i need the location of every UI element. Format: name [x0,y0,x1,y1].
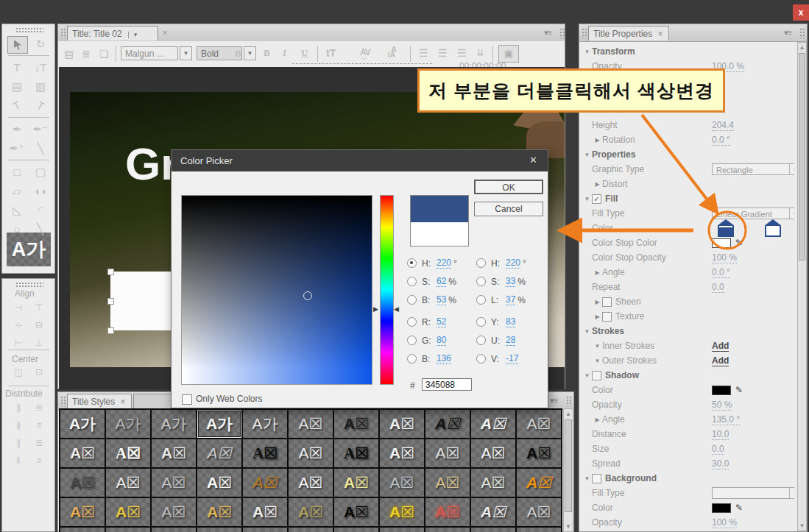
repeat-value[interactable]: 0.0 [712,282,724,293]
hue-slider[interactable] [380,195,394,385]
field-value[interactable]: 33 [506,276,515,287]
style-swatch-18[interactable]: A☒ [334,439,378,467]
align-horizontal-right-icon[interactable]: ⊢ [10,336,27,350]
style-swatch-42[interactable]: A☒ [425,498,470,526]
distribute-vertical-bottom-icon[interactable]: ≣ [31,436,47,450]
color-stop-color-swatch[interactable] [712,238,731,248]
gradient-stop-left[interactable] [718,219,734,237]
eyedropper-icon[interactable]: ✎ [735,385,743,395]
opacity-value[interactable]: 50 % [712,400,732,411]
graphic-type-dropdown[interactable]: Rectangle▼ [712,163,794,175]
roll-crawl-options-icon[interactable]: ≣ [82,48,91,60]
style-swatch-19[interactable]: A☒ [380,439,424,467]
dropdown-arrow-icon[interactable]: ▼ [789,208,794,219]
angle-value[interactable]: 0.0 ° [712,267,730,278]
cancel-button[interactable]: Cancel [474,202,543,216]
style-swatch-23[interactable]: A☒ [60,469,105,497]
align-right-icon[interactable]: ☰ [457,47,467,59]
panel-grip[interactable] [15,282,43,287]
style-swatch-34[interactable]: A☒ [60,498,105,526]
disclosure-triangle-icon[interactable]: ▼ [593,343,602,350]
window-close-button[interactable]: x [793,4,809,21]
eyedropper-icon[interactable]: ✎ [735,238,743,248]
center-horizontal-icon[interactable]: ◫ [10,366,27,379]
only-web-colors-checkbox[interactable] [182,394,192,405]
style-swatch-30[interactable]: A☒ [380,469,424,497]
outer-strokes-add-link[interactable]: Add [712,355,729,366]
ellipse-tool[interactable]: ○ [7,221,27,238]
rotation-tool[interactable]: ↻ [31,36,50,52]
ok-button[interactable]: OK [474,180,543,194]
new-title-icon[interactable]: ▤ [64,48,74,60]
align-vertical-center-icon[interactable]: ⊟ [31,319,47,332]
underline-button[interactable]: U [301,47,308,59]
panel-grip[interactable] [559,28,565,38]
disclosure-triangle-icon[interactable]: ▼ [582,152,592,158]
styles-scrollbar[interactable]: ▲ ▼ [563,408,573,532]
disclosure-triangle-icon[interactable]: ▼ [582,49,592,55]
style-swatch-29[interactable]: A☒ [334,469,378,497]
style-swatch-16[interactable]: A☒ [243,439,287,467]
selection-handle[interactable] [107,327,114,334]
style-swatch-15[interactable]: A☒ [197,439,241,467]
style-swatch-49[interactable] [243,528,287,532]
style-swatch-46[interactable] [106,528,150,532]
style-swatch-36[interactable]: A☒ [152,498,196,526]
style-swatch-50[interactable] [289,528,333,532]
templates-icon[interactable]: ❏ [99,48,109,60]
scroll-down-icon[interactable]: ▼ [798,521,806,531]
disclosure-triangle-icon[interactable]: ▶ [593,269,602,276]
field-value[interactable]: 220 [506,258,520,269]
style-swatch-5[interactable]: A가 [243,410,287,438]
style-swatch-27[interactable]: A☒ [243,469,287,497]
font-family-select[interactable]: Malgun ... [121,46,178,60]
style-swatch-25[interactable]: A☒ [152,469,196,497]
style-swatch-51[interactable] [334,528,378,532]
style-swatch-32[interactable]: A☒ [471,469,515,497]
style-swatch-52[interactable] [380,528,424,532]
field-value[interactable]: 37 [506,294,515,305]
saturation-brightness-field[interactable] [181,195,372,385]
dialog-titlebar[interactable]: Color Picker ✕ [172,150,548,171]
style-swatch-35[interactable]: A☒ [106,498,150,526]
distribute-vertical-center-icon[interactable]: ≡ [31,419,47,432]
radio-button[interactable] [407,295,417,305]
scroll-up-icon[interactable]: ▲ [564,409,573,419]
style-swatch-48[interactable] [197,528,241,532]
align-vertical-top-icon[interactable]: ⊤ [31,301,47,314]
tab-title-styles[interactable]: Title Styles × [67,394,132,408]
radio-button[interactable] [407,258,417,268]
radio-button[interactable] [476,336,486,345]
clipped-corner-rectangle-tool[interactable]: ▱ [7,183,27,199]
style-swatch-17[interactable]: A☒ [289,439,333,467]
fill-type-dropdown[interactable]: Linear Gradient▼ [712,208,794,219]
field-value[interactable]: 62 [437,276,446,287]
radio-button[interactable] [407,277,417,286]
align-vertical-bottom-icon[interactable]: ⊥ [31,336,47,350]
fill-checkbox[interactable]: ✓ [592,194,601,204]
style-swatch-45[interactable] [60,528,105,532]
tab-title-properties[interactable]: Title Properties × [588,26,669,40]
field-value[interactable]: -17 [506,353,518,364]
panel-grip[interactable] [15,27,43,32]
pen-tool[interactable]: ✒ [7,121,27,138]
radio-button[interactable] [407,354,417,363]
panel-grip[interactable] [60,396,66,406]
dropdown-arrow-icon[interactable]: ▼ [789,164,794,174]
style-swatch-9[interactable]: A☒ [425,410,470,438]
sheen-checkbox[interactable] [602,297,612,307]
style-swatch-47[interactable] [152,528,196,532]
style-swatch-13[interactable]: A☒ [106,439,150,467]
scroll-down-icon[interactable]: ▼ [564,522,573,531]
tab-dropdown-icon[interactable]: ▼ [128,32,138,38]
angle-value[interactable]: 135.0 ° [712,414,740,425]
style-swatch-39[interactable]: A☒ [289,498,333,526]
style-swatch-10[interactable]: A☒ [471,410,515,438]
color-stop-opacity-value[interactable]: 100 % [712,252,737,263]
scrollbar-thumb[interactable] [799,53,805,260]
font-family-dropdown-icon[interactable]: ▼ [180,46,192,60]
style-swatch-28[interactable]: A☒ [289,469,333,497]
style-swatch-7[interactable]: A☒ [334,410,378,438]
radio-button[interactable] [476,317,486,327]
gradient-stop-right[interactable] [765,219,781,237]
